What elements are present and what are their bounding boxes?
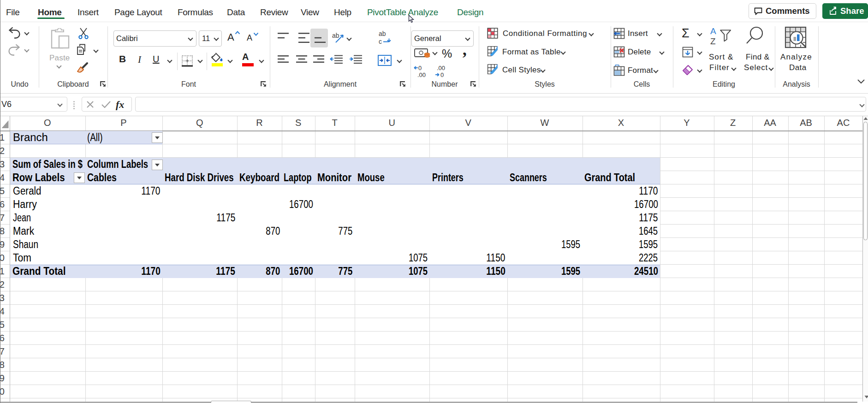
svg-text:ab: ab [379,30,386,37]
svg-text:ab: ab [332,32,339,39]
svg-text:0: 0 [440,71,444,78]
svg-text:.00: .00 [437,65,445,71]
svg-text:Z: Z [710,36,716,46]
svg-text:0: 0 [418,65,422,71]
svg-text:A: A [710,27,716,36]
svg-text:.00: .00 [417,71,426,78]
svg-text:c: c [379,38,382,45]
